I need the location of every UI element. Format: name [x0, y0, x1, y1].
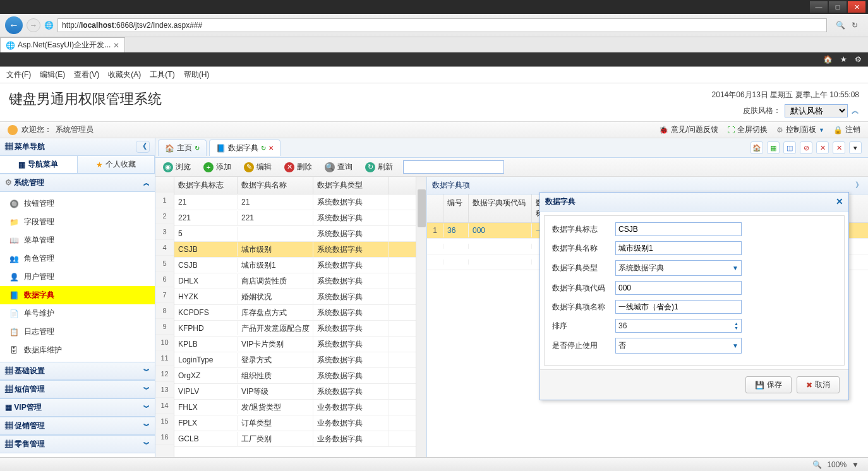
- fullscreen-link[interactable]: ⛶全屏切换: [727, 124, 768, 135]
- spin-up-icon[interactable]: ▲: [734, 321, 738, 326]
- tool-close-all[interactable]: ✕: [833, 141, 845, 154]
- sidebar-tab-nav[interactable]: ▦导航菜单: [0, 156, 78, 173]
- inp-flag[interactable]: [615, 222, 742, 236]
- table-row[interactable]: 221221系统数据字典: [174, 210, 416, 226]
- table-row[interactable]: CSJB城市级别1系统数据字典: [174, 258, 416, 273]
- acc-短信管理[interactable]: ▦ 短信管理︾: [0, 380, 155, 398]
- search-input[interactable]: [403, 160, 504, 174]
- feedback-link[interactable]: 🐞意见/问题反馈: [659, 124, 718, 135]
- home-icon[interactable]: 🏠: [823, 55, 833, 64]
- table-row[interactable]: FHLX发/退货类型业务数据字典: [174, 400, 416, 415]
- table-row[interactable]: KFPHD产品开发意愿配合度系统数据字典: [174, 321, 416, 337]
- menu-文件(F)[interactable]: 文件(F): [6, 69, 31, 80]
- table-row[interactable]: LoginType登录方式系统数据字典: [174, 352, 416, 368]
- nav-用户管理[interactable]: 👤用户管理: [0, 268, 155, 286]
- tool-new[interactable]: ◫: [783, 141, 796, 154]
- combo-type[interactable]: 系统数据字典▼: [615, 260, 742, 276]
- nav-角色管理[interactable]: 👥角色管理: [0, 249, 155, 268]
- window-minimize[interactable]: —: [810, 1, 828, 13]
- spin-sort[interactable]: 36▲▼: [615, 319, 742, 333]
- table-row[interactable]: KCPDFS库存盘点方式系统数据字典: [174, 305, 416, 321]
- btn-search[interactable]: 🔍查询: [322, 160, 355, 174]
- col-header[interactable]: 数据字典标志: [174, 177, 238, 194]
- tool-grid[interactable]: ▦: [767, 141, 780, 154]
- col-header[interactable]: 编号: [443, 194, 469, 222]
- ctab-dict[interactable]: 📘数据字典 ↻✕: [209, 140, 280, 156]
- btn-delete[interactable]: ✕删除: [282, 160, 315, 174]
- address-bar[interactable]: http://localhost:6868/jtsv2/Index.aspx##…: [57, 18, 827, 32]
- tool-menu[interactable]: ▾: [849, 141, 862, 154]
- search-icon[interactable]: 🔍: [836, 21, 845, 30]
- tool-close[interactable]: ✕: [816, 141, 829, 154]
- table-row[interactable]: DHLX商店调货性质系统数据字典: [174, 273, 416, 289]
- window-close[interactable]: ✕: [848, 1, 865, 13]
- combo-stop[interactable]: 否▼: [615, 338, 742, 354]
- btn-edit[interactable]: ✎编辑: [241, 160, 274, 174]
- control-link[interactable]: ⚙控制面板 ▼: [776, 124, 824, 135]
- skin-select[interactable]: 默认风格: [785, 104, 848, 117]
- refresh-icon[interactable]: ↻: [261, 145, 266, 152]
- btn-refresh[interactable]: ↻刷新: [363, 160, 395, 174]
- dialog-close[interactable]: ✕: [836, 196, 843, 207]
- btn-browse[interactable]: ◉浏览: [160, 160, 193, 174]
- tool-home[interactable]: 🏠: [750, 141, 763, 154]
- window-maximize[interactable]: □: [829, 1, 847, 13]
- col-header[interactable]: 数据字典项代码: [469, 194, 532, 222]
- sidebar-collapse[interactable]: 《: [136, 141, 150, 153]
- menu-收藏夹(A)[interactable]: 收藏夹(A): [108, 69, 141, 80]
- menu-工具(T)[interactable]: 工具(T): [150, 69, 174, 80]
- table-row[interactable]: 5系统数据字典: [174, 226, 416, 242]
- inp-code[interactable]: [615, 281, 742, 295]
- zoom-menu[interactable]: ▼: [852, 460, 859, 469]
- gear-icon[interactable]: ⚙: [855, 55, 862, 64]
- star-icon[interactable]: ★: [840, 55, 847, 64]
- table-row[interactable]: OrgXZ组织性质系统数据字典: [174, 368, 416, 384]
- nav-日志管理[interactable]: 📋日志管理: [0, 323, 155, 341]
- close-icon[interactable]: ✕: [268, 145, 274, 152]
- tool-stop[interactable]: ⊘: [800, 141, 812, 154]
- nav-数据库维护[interactable]: 🗄数据库维护: [0, 341, 155, 359]
- nav-菜单管理[interactable]: 📖菜单管理: [0, 231, 155, 249]
- table-row[interactable]: CSJB城市级别系统数据字典: [174, 242, 416, 258]
- expand-icon[interactable]: 》: [855, 180, 863, 191]
- ctab-home[interactable]: 🏠主页 ↻: [158, 140, 207, 156]
- table-row[interactable]: FPLX订单类型业务数据字典: [174, 415, 416, 431]
- inp-name[interactable]: [615, 241, 742, 255]
- browser-back[interactable]: ←: [5, 16, 23, 34]
- sidebar-tab-fav[interactable]: ★个人收藏: [78, 156, 155, 173]
- menu-查看(V)[interactable]: 查看(V): [74, 69, 99, 80]
- table-row[interactable]: VIPLVVIP等级系统数据字典: [174, 384, 416, 400]
- acc-system[interactable]: ⚙ 系统管理 ︽: [0, 174, 155, 192]
- col-header[interactable]: 数据字典类型: [313, 177, 389, 194]
- nav-按钮管理[interactable]: 🔘按钮管理: [0, 194, 155, 213]
- btn-add[interactable]: +添加: [201, 160, 234, 174]
- header-collapse[interactable]: ︽: [852, 105, 859, 116]
- browser-forward[interactable]: →: [27, 18, 40, 32]
- nav-单号维护[interactable]: 📄单号维护: [0, 304, 155, 323]
- save-button[interactable]: 💾保存: [745, 376, 792, 393]
- refresh-icon[interactable]: ↻: [852, 21, 858, 30]
- tab-close[interactable]: ✕: [113, 41, 119, 50]
- table-row[interactable]: 2121系统数据字典: [174, 194, 416, 210]
- acc-零售管理[interactable]: ▦ 零售管理︾: [0, 435, 155, 453]
- browser-tab[interactable]: 🌐 Asp.Net(EasyUI)企业开发... ✕: [0, 37, 125, 52]
- cancel-button[interactable]: ✖取消: [797, 376, 840, 393]
- spin-down-icon[interactable]: ▼: [734, 326, 738, 330]
- table-row[interactable]: HYZK婚姻状况系统数据字典: [174, 289, 416, 305]
- nav-数据字典[interactable]: 📘数据字典: [0, 286, 155, 304]
- acc-促销管理[interactable]: ▦ 促销管理︾: [0, 417, 155, 435]
- acc-VIP管理[interactable]: ▦ VIP管理︾: [0, 398, 155, 417]
- col-header[interactable]: 数据字典名称: [238, 177, 313, 194]
- gear-icon: ⚙: [5, 178, 12, 187]
- table-row[interactable]: KPLBVIP卡片类别系统数据字典: [174, 337, 416, 352]
- menu-帮助(H)[interactable]: 帮助(H): [184, 69, 210, 80]
- nav-字段管理[interactable]: 📁字段管理: [0, 213, 155, 231]
- table-row[interactable]: GCLB工厂类别业务数据字典: [174, 431, 416, 447]
- acc-基础设置[interactable]: ▦ 基础设置︾: [0, 362, 155, 380]
- logout-link[interactable]: 🔒注销: [833, 124, 860, 135]
- menu-编辑(E)[interactable]: 编辑(E): [40, 69, 65, 80]
- inp-item[interactable]: [615, 300, 742, 314]
- refresh-icon[interactable]: ↻: [195, 145, 200, 152]
- scrollbar[interactable]: [416, 177, 426, 471]
- zoom-icon[interactable]: 🔍: [812, 460, 822, 469]
